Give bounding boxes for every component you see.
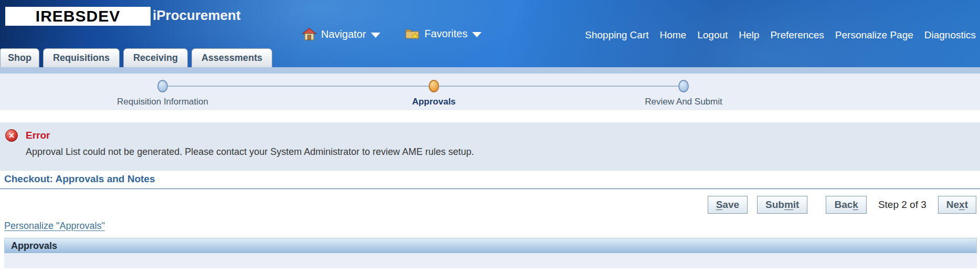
home-icon (302, 27, 316, 41)
link-help[interactable]: Help (739, 29, 759, 41)
train-stop-review-and-submit[interactable] (678, 80, 689, 92)
back-button[interactable]: Back (826, 196, 866, 214)
error-title: Error (26, 130, 50, 141)
link-preferences[interactable]: Preferences (770, 29, 824, 41)
chevron-down-icon (371, 33, 380, 38)
personalize-approvals-link[interactable]: Personalize "Approvals" (4, 221, 105, 232)
global-links: Shopping Cart Home Logout Help Preferenc… (585, 29, 976, 41)
error-icon: ✕ (5, 129, 18, 142)
next-button[interactable]: Next (938, 196, 976, 214)
train-connector-line (163, 86, 684, 87)
link-home[interactable]: Home (660, 29, 687, 41)
approvals-section-body (4, 253, 977, 268)
submit-button[interactable]: Submit (757, 196, 807, 214)
tab-requisitions[interactable]: Requisitions (43, 48, 120, 67)
tab-shop[interactable]: Shop (0, 48, 39, 67)
tab-receiving[interactable]: Receiving (123, 48, 188, 67)
chevron-down-icon (472, 32, 482, 37)
tab-divider-strip (0, 67, 980, 74)
train-label-requisition-information[interactable]: Requisition Information (117, 97, 208, 107)
train-label-review-and-submit[interactable]: Review And Submit (645, 97, 722, 107)
link-shopping-cart[interactable]: Shopping Cart (585, 29, 648, 41)
link-diagnostics[interactable]: Diagnostics (924, 29, 976, 41)
page-title: Checkout: Approvals and Notes (4, 173, 980, 185)
heading-divider (0, 189, 980, 189)
save-button[interactable]: Save (708, 196, 748, 214)
favorites-menu[interactable]: Favorites (405, 27, 482, 40)
train-stop-approvals (429, 80, 439, 92)
tab-assessments[interactable]: Assessments (191, 48, 272, 67)
action-button-bar: Save Submit Back Step 2 of 3 Next (0, 196, 976, 214)
train-label-approvals: Approvals (412, 97, 455, 107)
approvals-section-header: Approvals (4, 238, 977, 253)
app-title: iProcurement (153, 7, 241, 24)
approvals-section-title: Approvals (11, 240, 57, 252)
step-indicator: Step 2 of 3 (878, 199, 926, 211)
approvals-section: Approvals (4, 238, 977, 268)
spacer (0, 110, 980, 122)
favorites-folder-icon (405, 27, 420, 40)
checkout-progress-train: Requisition Information Approvals Review… (0, 74, 980, 110)
error-message: Approval List could not be generated. Pl… (26, 147, 980, 158)
train-stop-requisition-information[interactable] (157, 80, 168, 92)
company-logo: IREBSDEV (5, 7, 151, 26)
link-logout[interactable]: Logout (697, 29, 728, 41)
error-banner: ✕ Error Approval List could not be gener… (0, 122, 980, 171)
link-personalize-page[interactable]: Personalize Page (835, 29, 913, 41)
navigator-label: Navigator (321, 28, 366, 40)
favorites-label: Favorites (424, 28, 467, 40)
logo-text: IREBSDEV (36, 7, 120, 25)
main-tabs: Shop Requisitions Receiving Assessments (0, 48, 272, 67)
navigator-menu[interactable]: Navigator (302, 27, 380, 41)
app-header: IREBSDEV iProcurement Navigator Favorite… (0, 0, 980, 67)
